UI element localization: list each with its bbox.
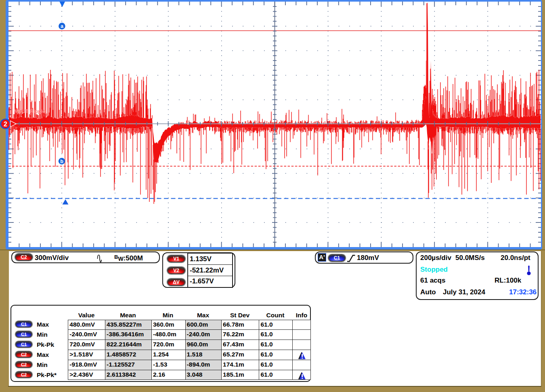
svg-text:b: b bbox=[60, 159, 63, 164]
svg-text:a: a bbox=[61, 23, 64, 29]
svg-text:VOUT Ripple: VOUT Ripple bbox=[15, 109, 45, 114]
svg-text:2: 2 bbox=[4, 121, 7, 128]
